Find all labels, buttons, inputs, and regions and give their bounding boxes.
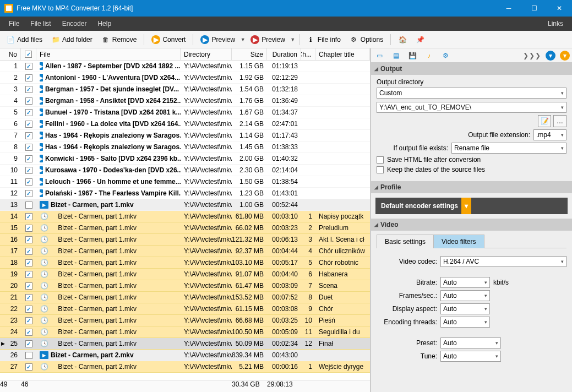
col-ch[interactable]: Ch... [301, 48, 315, 60]
grid-body[interactable]: 1✓▶Allen - 1987 - September [DVD x264 18… [0, 61, 370, 380]
row-checkbox[interactable]: ✓ [25, 340, 32, 347]
close-button[interactable]: ✕ [547, 0, 572, 17]
bitrate-select[interactable]: Auto▾ [440, 277, 490, 288]
profile-dropdown-icon[interactable]: ▾ [461, 198, 471, 214]
output-dir-path-select[interactable]: Y:\AV\_enc_out_TO_REMOVE\▾ [377, 102, 566, 113]
row-checkbox[interactable]: ✓ [25, 225, 32, 232]
tab-basic-settings[interactable]: Basic settings [377, 235, 434, 248]
tab-save-icon[interactable]: 💾 [406, 50, 418, 62]
threads-select[interactable]: Auto▾ [440, 317, 490, 328]
row-checkbox[interactable]: ✓ [25, 86, 32, 93]
preview2-button[interactable]: ▶Preview [247, 33, 289, 46]
table-row[interactable]: 23✓🕓 Bizet - Carmen, part 1.mkvY:\AV\vct… [0, 315, 370, 326]
col-no[interactable]: No [0, 48, 21, 60]
pin-button[interactable]: 📌 [412, 33, 428, 46]
table-row[interactable]: 8✓▶Has - 1964 - Rękopis znaleziony w Sar… [0, 141, 370, 153]
keep-dates-checkbox[interactable] [377, 166, 384, 173]
table-row[interactable]: 11✓▶Lelouch - 1966 - Un homme et une fem… [0, 176, 370, 188]
row-checkbox[interactable]: ✓ [25, 259, 32, 266]
row-checkbox[interactable]: ✓ [25, 317, 32, 324]
col-directory[interactable]: Directory [181, 48, 232, 60]
video-section-header[interactable]: ◢Video [371, 219, 572, 231]
row-checkbox[interactable]: ✓ [25, 363, 32, 371]
table-row[interactable]: 7✓▶Has - 1964 - Rękopis znaleziony w Sar… [0, 130, 370, 141]
table-row[interactable]: 22✓🕓 Bizet - Carmen, part 1.mkvY:\AV\vct… [0, 303, 370, 315]
row-checkbox[interactable]: ✓ [25, 121, 32, 128]
home-button[interactable]: 🏠 [394, 33, 411, 46]
menu-links[interactable]: Links [542, 18, 569, 30]
preview-dropdown[interactable]: ▼ [240, 37, 246, 42]
if-exists-select[interactable]: Rename file▾ [451, 143, 566, 154]
row-checkbox[interactable]: ✓ [25, 74, 32, 81]
row-checkbox[interactable]: ✓ [25, 132, 32, 139]
col-duration[interactable]: Duration [267, 48, 301, 60]
tab-audio-icon[interactable]: ♪ [423, 50, 435, 62]
row-checkbox[interactable]: ✓ [25, 236, 32, 243]
row-checkbox[interactable]: ✓ [25, 306, 32, 313]
table-row[interactable]: 15✓🕓 Bizet - Carmen, part 1.mkvY:\AV\vct… [0, 222, 370, 234]
menu-help[interactable]: Help [92, 18, 117, 30]
profile-section-header[interactable]: ◢Profile [371, 181, 572, 193]
table-row[interactable]: 14✓🕓 Bizet - Carmen, part 1.mkvY:\AV\vct… [0, 211, 370, 222]
out-ext-select[interactable]: .mp4▾ [533, 129, 566, 140]
expand-icon[interactable]: ❯❯❯ [523, 52, 541, 59]
col-size[interactable]: Size [232, 48, 267, 60]
row-checkbox[interactable]: ✓ [25, 213, 32, 220]
row-checkbox[interactable]: ✓ [25, 190, 32, 197]
table-row[interactable]: 3✓▶Bergman - 1957 - Det sjunde inseglet … [0, 84, 370, 95]
table-row[interactable]: 1✓▶Allen - 1987 - September [DVD x264 18… [0, 61, 370, 72]
row-checkbox[interactable]: ✓ [25, 294, 32, 301]
browse-button[interactable]: … [553, 115, 566, 127]
table-row[interactable]: 16✓🕓 Bizet - Carmen, part 1.mkvY:\AV\vct… [0, 234, 370, 246]
row-checkbox[interactable] [25, 202, 32, 209]
remove-button[interactable]: 🗑Remove [97, 33, 141, 46]
convert-button[interactable]: ▶Convert [148, 33, 189, 46]
table-row[interactable]: 5✓▶Bunuel - 1970 - Tristana [DVD x264 20… [0, 107, 370, 118]
aspect-select[interactable]: Auto▾ [440, 303, 490, 314]
table-row[interactable]: 9✓▶Konwicki - 1965 - Salto [DVD x264 239… [0, 153, 370, 165]
table-row[interactable]: 2✓▶Antonioni - 1960 - L'Avventura [DVD x… [0, 72, 370, 84]
fps-select[interactable]: Auto▾ [440, 290, 490, 301]
minimize-button[interactable]: ─ [496, 0, 521, 17]
row-checkbox[interactable]: ✓ [25, 271, 32, 278]
tab-settings-icon[interactable]: ⚙ [439, 50, 451, 62]
menu-filelist[interactable]: File list [25, 18, 56, 30]
table-row[interactable]: 20✓🕓 Bizet - Carmen, part 1.mkvY:\AV\vct… [0, 280, 370, 292]
table-row[interactable]: 12✓▶Polański - 1967 - The Fearless Vampi… [0, 188, 370, 199]
output-dir-mode-select[interactable]: Custom▾ [377, 88, 566, 99]
row-checkbox[interactable]: ✓ [25, 248, 32, 255]
row-checkbox[interactable]: ✓ [25, 144, 32, 151]
tab-doc-icon[interactable]: ▤ [390, 50, 402, 62]
preview-button[interactable]: ▶Preview [197, 33, 239, 46]
row-checkbox[interactable]: ✓ [25, 329, 32, 336]
profile-select[interactable]: Default encoder settings ▾ [375, 198, 568, 214]
options-button[interactable]: ⚙Options [346, 33, 387, 46]
output-section-header[interactable]: ◢Output [371, 63, 572, 75]
table-row[interactable]: 6✓▶Fellini - 1960 - La dolce vita [DVD x… [0, 118, 370, 130]
row-checkbox[interactable]: ✓ [25, 178, 32, 186]
preview2-dropdown[interactable]: ▼ [290, 37, 296, 42]
table-row[interactable]: 24✓🕓 Bizet - Carmen, part 1.mkvY:\AV\vct… [0, 326, 370, 338]
preset-select[interactable]: Auto▾ [440, 337, 501, 349]
codec-select[interactable]: H.264 / AVC▾ [440, 256, 566, 267]
row-checkbox[interactable]: ✓ [25, 282, 32, 290]
col-check[interactable]: ✓ [21, 48, 36, 60]
save-html-checkbox[interactable] [377, 156, 384, 164]
col-file[interactable]: File [36, 48, 181, 60]
menu-encoder[interactable]: Encoder [57, 18, 92, 30]
titlebar[interactable]: Free MKV to MP4 Converter 1.2 [64-bit] ─… [0, 0, 572, 17]
row-checkbox[interactable]: ✓ [25, 63, 32, 70]
row-checkbox[interactable] [25, 352, 32, 359]
tab-output-icon[interactable]: ▭ [373, 50, 385, 62]
circle-down-icon[interactable]: ▾ [546, 51, 555, 61]
menu-file[interactable]: File [3, 18, 25, 30]
row-checkbox[interactable]: ✓ [25, 109, 32, 116]
row-checkbox[interactable]: ✓ [25, 167, 32, 174]
table-row[interactable]: 27✓🕓 Bizet - Carmen, part 2.mkvY:\AV\vct… [0, 361, 370, 373]
add-folder-button[interactable]: 📁Add folder [47, 33, 96, 46]
table-row[interactable]: 13▶Bizet - Carmen, part 1.mkvY:\AV\vctes… [0, 199, 370, 211]
maximize-button[interactable]: ☐ [521, 0, 547, 17]
tune-select[interactable]: Auto▾ [440, 351, 501, 362]
tab-video-filters[interactable]: Video filters [433, 235, 484, 248]
table-row[interactable]: 10✓▶Kurosawa - 1970 - Dodes'ka-den [DVD … [0, 165, 370, 176]
